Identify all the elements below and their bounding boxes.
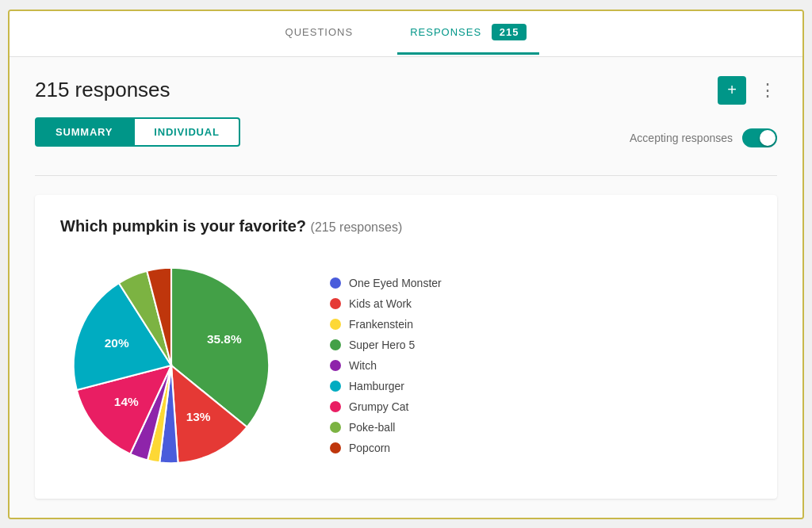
legend-label: Frankenstein xyxy=(349,318,413,331)
svg-text:13%: 13% xyxy=(186,409,211,423)
summary-label: SUMMARY xyxy=(56,126,113,138)
accepting-label: Accepting responses xyxy=(630,132,733,144)
legend-item: Super Hero 5 xyxy=(330,339,442,351)
legend-item: Popcorn xyxy=(330,442,442,454)
tab-responses[interactable]: RESPONSES 215 xyxy=(397,12,539,55)
pie-svg: 35.8%13%14%20% xyxy=(60,254,282,476)
legend-label: Poke-ball xyxy=(349,421,395,434)
chart-area: 35.8%13%14%20% One Eyed MonsterKids at W… xyxy=(60,254,752,476)
question-text: Which pumpkin is your favorite? xyxy=(60,217,306,235)
legend-color-dot xyxy=(330,360,341,371)
pie-chart: 35.8%13%14%20% xyxy=(60,254,282,476)
individual-label: INDIVIDUAL xyxy=(154,126,219,138)
legend-item: Grumpy Cat xyxy=(330,400,442,413)
legend-color-dot xyxy=(330,319,341,330)
legend-label: Witch xyxy=(349,359,377,372)
question-card: Which pumpkin is your favorite? (215 res… xyxy=(35,195,777,499)
header-actions: + ⋮ xyxy=(718,76,777,105)
content-area: 215 responses + ⋮ SUMMARY INDIVIDUAL xyxy=(10,57,802,518)
accepting-row: Accepting responses xyxy=(630,128,777,147)
legend-item: Kids at Work xyxy=(330,297,442,310)
legend-color-dot xyxy=(330,339,341,350)
legend-label: Hamburger xyxy=(349,380,404,392)
question-title: Which pumpkin is your favorite? (215 res… xyxy=(60,217,752,235)
more-button[interactable]: ⋮ xyxy=(759,82,777,99)
legend-label: Popcorn xyxy=(349,442,390,454)
legend-item: Witch xyxy=(330,359,442,372)
content-header: 215 responses + ⋮ xyxy=(35,76,777,105)
add-button[interactable]: + xyxy=(718,76,746,105)
legend-color-dot xyxy=(330,442,341,453)
svg-text:20%: 20% xyxy=(105,336,129,350)
legend-item: Frankenstein xyxy=(330,318,442,331)
legend-color-dot xyxy=(330,401,341,412)
tab-questions-label: QUESTIONS xyxy=(285,26,354,38)
legend-label: One Eyed Monster xyxy=(349,277,442,289)
question-response-count: (215 responses) xyxy=(311,220,403,234)
svg-text:14%: 14% xyxy=(114,395,139,408)
divider xyxy=(35,175,777,176)
legend-label: Kids at Work xyxy=(349,297,412,310)
tab-responses-label: RESPONSES xyxy=(410,26,481,38)
summary-tab[interactable]: SUMMARY xyxy=(35,117,133,147)
legend-item: Hamburger xyxy=(330,380,442,392)
legend-color-dot xyxy=(330,381,341,392)
more-icon: ⋮ xyxy=(759,80,777,100)
legend-label: Grumpy Cat xyxy=(349,400,408,413)
individual-tab[interactable]: INDIVIDUAL xyxy=(133,117,239,147)
legend-color-dot xyxy=(330,422,341,433)
legend-item: Poke-ball xyxy=(330,421,442,434)
responses-count: 215 responses xyxy=(35,78,170,102)
legend: One Eyed MonsterKids at WorkFrankenstein… xyxy=(330,277,442,454)
legend-color-dot xyxy=(330,298,341,309)
view-toggle: SUMMARY INDIVIDUAL xyxy=(35,117,240,147)
app-window: QUESTIONS RESPONSES 215 215 responses + … xyxy=(8,10,804,519)
plus-icon: + xyxy=(727,81,737,99)
legend-label: Super Hero 5 xyxy=(349,339,415,351)
tab-bar: QUESTIONS RESPONSES 215 xyxy=(10,11,802,57)
response-badge: 215 xyxy=(492,24,527,40)
accepting-toggle[interactable] xyxy=(742,128,777,147)
tab-questions[interactable]: QUESTIONS xyxy=(273,12,366,55)
svg-text:35.8%: 35.8% xyxy=(207,332,242,346)
legend-color-dot xyxy=(330,277,341,289)
legend-item: One Eyed Monster xyxy=(330,277,442,289)
view-toggle-row: SUMMARY INDIVIDUAL Accepting responses xyxy=(35,117,777,159)
